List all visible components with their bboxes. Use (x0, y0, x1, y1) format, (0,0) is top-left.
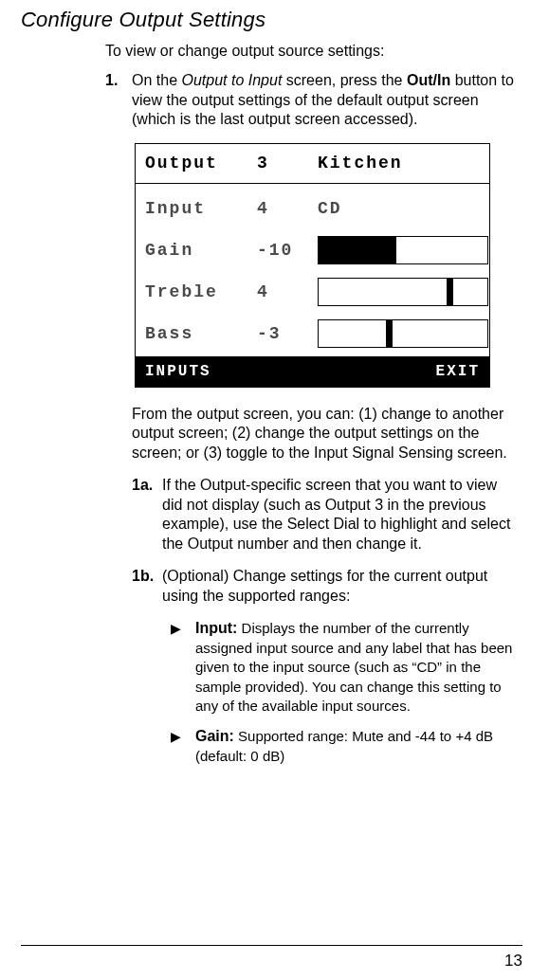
row-treble-value: 4 (257, 282, 318, 301)
bullet-input-title: Input: (195, 620, 237, 636)
header-num: 3 (257, 154, 318, 172)
device-header: Output 3 Kitchen (136, 144, 489, 184)
intro-text: To view or change output source settings… (105, 42, 522, 61)
footer-inputs[interactable]: INPUTS (145, 363, 211, 380)
bullet-gain-title: Gain: (195, 728, 234, 744)
gain-bar (318, 236, 488, 264)
gain-bar-fill (319, 237, 396, 263)
bullet-input: ▶ Input: Displays the number of the curr… (171, 619, 517, 716)
row-bass: Bass -3 (136, 313, 489, 354)
step-number: 1. (105, 71, 132, 129)
page-number: 13 (504, 952, 522, 970)
bullet-input-text: Displays the number of the currently ass… (195, 620, 512, 714)
row-bass-value: -3 (257, 324, 318, 343)
step1b-body: (Optional) Change settings for the curre… (162, 567, 517, 606)
treble-bar (318, 278, 488, 306)
header-name: Kitchen (318, 154, 480, 172)
row-gain: Gain -10 (136, 229, 489, 271)
row-input-text: CD (318, 199, 489, 218)
bass-bar (318, 319, 488, 348)
header-label: Output (145, 154, 257, 172)
page-footer: 13 (21, 945, 522, 971)
step-body: On the Output to Input screen, press the… (132, 71, 522, 129)
step1b-num: 1b. (132, 567, 162, 606)
row-input-value: 4 (257, 199, 318, 218)
section-title: Configure Output Settings (21, 8, 522, 32)
step-1b: 1b. (Optional) Change settings for the c… (132, 567, 517, 606)
row-bass-label: Bass (145, 324, 257, 343)
row-input: Input 4 CD (136, 188, 489, 229)
step-1a: 1a. If the Output-specific screen that y… (132, 476, 517, 554)
arrow-icon: ▶ (171, 619, 195, 716)
row-gain-value: -10 (257, 241, 318, 260)
step1-pre: On the (132, 72, 181, 88)
step1a-num: 1a. (132, 476, 162, 554)
footer-exit[interactable]: EXIT (436, 363, 480, 380)
arrow-icon: ▶ (171, 727, 195, 766)
step1a-body: If the Output-specific screen that you w… (162, 476, 517, 554)
treble-bar-marker (447, 279, 453, 305)
bullet-gain: ▶ Gain: Supported range: Mute and -44 to… (171, 727, 517, 766)
step-1: 1. On the Output to Input screen, press … (105, 71, 522, 129)
step1-screen-name: Output to Input (181, 72, 282, 88)
after-device-para: From the output screen, you can: (1) cha… (132, 405, 517, 463)
row-treble: Treble 4 (136, 271, 489, 313)
row-input-label: Input (145, 199, 257, 218)
step1-button-name: Out/In (407, 72, 450, 88)
step1-mid: screen, press the (282, 72, 407, 88)
bullet-gain-text: Supported range: Mute and -44 to +4 dB (… (195, 728, 493, 763)
row-gain-label: Gain (145, 241, 257, 260)
device-screen: Output 3 Kitchen Input 4 CD Gain -10 Tre… (135, 143, 490, 388)
bass-bar-marker (386, 320, 393, 347)
device-footer: INPUTS EXIT (136, 356, 489, 387)
row-treble-label: Treble (145, 282, 257, 301)
